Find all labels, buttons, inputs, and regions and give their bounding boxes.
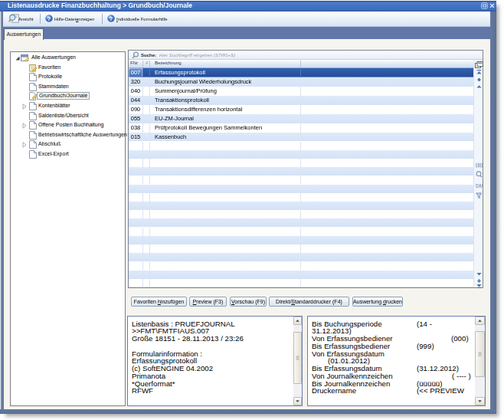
svg-text:?: ? — [110, 15, 113, 22]
svg-text:DM: DM — [476, 183, 483, 189]
svg-text:?: ? — [47, 15, 51, 22]
